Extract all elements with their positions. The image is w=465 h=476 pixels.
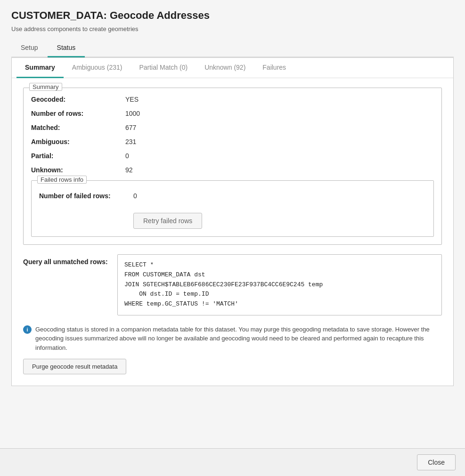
value-geocoded: YES	[125, 96, 139, 103]
sub-content: Summary Geocoded: YES Number of rows: 10…	[12, 78, 453, 386]
content-panel: Summary Ambiguous (231) Partial Match (0…	[11, 57, 454, 386]
tab-setup[interactable]: Setup	[11, 40, 48, 57]
footer-bar: Close	[0, 448, 465, 476]
notice-text: Geocoding status is stored in a companio…	[35, 325, 442, 353]
row-unknown: Unknown: 92	[31, 166, 434, 174]
sub-tab-unknown[interactable]: Unknown (92)	[196, 58, 254, 78]
row-ambiguous: Ambiguous: 231	[31, 138, 434, 145]
sub-tab-summary[interactable]: Summary	[16, 58, 64, 78]
page-subtitle: Use address components to create geometr…	[11, 25, 454, 32]
info-icon: i	[23, 325, 32, 334]
top-tabs: Setup Status	[11, 40, 454, 57]
purge-metadata-button[interactable]: Purge geocode result metadata	[23, 359, 126, 374]
value-matched: 677	[125, 124, 136, 131]
sub-tab-ambiguous[interactable]: Ambiguous (231)	[64, 58, 131, 78]
row-num-rows: Number of rows: 1000	[31, 110, 434, 117]
retry-failed-rows-button[interactable]: Retry failed rows	[133, 213, 202, 229]
row-failed-count: Number of failed rows: 0	[39, 192, 426, 200]
row-partial: Partial: 0	[31, 152, 434, 160]
sub-tab-failures[interactable]: Failures	[254, 58, 294, 78]
value-num-rows: 1000	[125, 110, 140, 117]
summary-legend: Summary	[29, 83, 62, 91]
close-button[interactable]: Close	[417, 454, 456, 470]
label-ambiguous: Ambiguous:	[31, 138, 125, 145]
value-partial: 0	[125, 152, 129, 160]
tab-status[interactable]: Status	[48, 40, 85, 57]
geocoding-notice: i Geocoding status is stored in a compan…	[23, 325, 442, 353]
label-matched: Matched:	[31, 124, 125, 131]
sub-tab-partial[interactable]: Partial Match (0)	[131, 58, 196, 78]
row-geocoded: Geocoded: YES	[31, 96, 434, 103]
label-num-rows: Number of rows:	[31, 110, 125, 117]
row-matched: Matched: 677	[31, 124, 434, 131]
summary-fieldset: Summary Geocoded: YES Number of rows: 10…	[23, 88, 442, 245]
label-geocoded: Geocoded:	[31, 96, 125, 103]
page-title: CUSTOMER_DATA: Geocode Addresses	[11, 9, 454, 22]
label-failed-count: Number of failed rows:	[39, 192, 133, 200]
value-unknown: 92	[125, 166, 133, 174]
query-section: Query all unmatched rows: SELECT * FROM …	[23, 254, 442, 315]
query-label: Query all unmatched rows:	[23, 254, 117, 266]
failed-rows-legend: Failed rows info	[37, 176, 87, 184]
label-partial: Partial:	[31, 152, 125, 160]
label-unknown: Unknown:	[31, 166, 125, 174]
failed-rows-content: Number of failed rows: 0 Retry failed ro…	[39, 192, 426, 229]
value-failed-count: 0	[133, 192, 137, 200]
query-box: SELECT * FROM CUSTOMER_DATA dst JOIN SGT…	[117, 254, 442, 315]
value-ambiguous: 231	[125, 138, 136, 145]
failed-rows-fieldset: Failed rows info Number of failed rows: …	[31, 180, 434, 237]
sub-tabs-bar: Summary Ambiguous (231) Partial Match (0…	[12, 58, 453, 78]
